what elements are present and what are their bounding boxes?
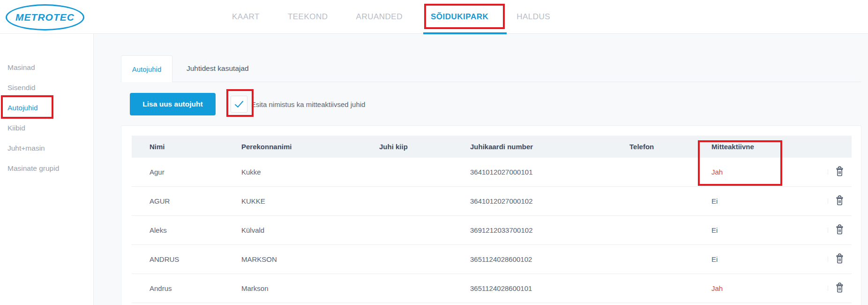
table-cell-actions — [828, 194, 852, 208]
column-header: Juhi kiip — [369, 143, 460, 151]
column-header: Telefon — [619, 143, 701, 151]
nav-item-aruanded[interactable]: ARUANDED — [356, 12, 403, 22]
trash-icon — [834, 253, 845, 266]
table-cell-actions — [828, 165, 852, 179]
tab-juhtidest-kasutajad[interactable]: Juhtidest kasutajad — [182, 55, 254, 82]
nav-item-haldus[interactable]: HALDUS — [516, 12, 550, 22]
sidebar: MasinadSisendidAutojuhidKiibidJuht+masin… — [0, 34, 94, 305]
nav-item-kaart[interactable]: KAART — [232, 12, 260, 22]
table-row[interactable]: AGURKUKKE3641012027000102Ei — [132, 187, 852, 216]
table-cell: Aleks — [132, 226, 231, 234]
table-cell-actions — [828, 281, 852, 296]
table-cell: KUKKE — [231, 197, 369, 205]
table-body: AgurKukke3641012027000101Jah AGURKUKKE36… — [132, 158, 852, 303]
checkmark-icon — [234, 100, 244, 108]
trash-icon — [834, 195, 845, 207]
table-cell: 3641012027000102 — [460, 197, 619, 205]
metrotec-logo[interactable]: METROTEC — [6, 4, 84, 30]
table-row[interactable]: AleksKülvald3691212033700102Ei — [132, 216, 852, 245]
nav-item-teekond[interactable]: TEEKOND — [288, 12, 328, 22]
table-cell-actions — [828, 252, 852, 267]
table-cell: Agur — [132, 168, 231, 176]
delete-row-button[interactable] — [833, 281, 846, 296]
tab-bar: Autojuhid Juhtidest kasutajad — [121, 55, 861, 82]
table-cell: 3651124028600102 — [460, 255, 619, 263]
column-header: Juhikaardi number — [460, 143, 619, 151]
table-cell-actions — [828, 223, 852, 237]
table-cell: Andrus — [132, 284, 231, 292]
main-nav: KAARTTEEKONDARUANDEDSÕIDUKIPARKHALDUS — [232, 0, 550, 33]
sidebar-item-kiibid[interactable]: Kiibid — [0, 118, 93, 138]
table-cell: Jah — [701, 168, 828, 176]
delete-row-button[interactable] — [833, 223, 846, 237]
table-cell: Külvald — [231, 226, 369, 234]
delete-row-button[interactable] — [833, 165, 846, 179]
table-cell: Kukke — [231, 168, 369, 176]
table-cell: ANDRUS — [132, 255, 231, 263]
table-cell: Ei — [701, 226, 828, 234]
trash-icon — [834, 166, 845, 178]
sidebar-item-autojuhid[interactable]: Autojuhid — [0, 98, 93, 118]
sidebar-item-juht-masin[interactable]: Juht+masin — [0, 138, 93, 158]
table-row[interactable]: ANDRUSMARKSON3651124028600102Ei — [132, 245, 852, 274]
table-row[interactable]: AndrusMarkson3651124028600101Jah — [132, 274, 852, 303]
table-cell: Jah — [701, 284, 828, 292]
sidebar-item-sisendid[interactable]: Sisendid — [0, 77, 93, 98]
table-cell: Ei — [701, 255, 828, 263]
active-nav-underline — [423, 32, 507, 34]
add-driver-button[interactable]: Lisa uus autojuht — [130, 93, 216, 115]
table-cell: 3641012027000101 — [460, 168, 619, 176]
nav-item-sõidukipark[interactable]: SÕIDUKIPARK — [431, 12, 488, 22]
delete-row-button[interactable] — [833, 252, 846, 267]
table-row[interactable]: AgurKukke3641012027000101Jah — [132, 158, 852, 187]
delete-row-button[interactable] — [833, 194, 846, 208]
drivers-table-card: NimiPerekonnanimiJuhi kiipJuhikaardi num… — [121, 125, 861, 305]
show-inactive-label: Esita nimistus ka mitteaktiivsed juhid — [251, 100, 365, 108]
page: METROTEC KAARTTEEKONDARUANDEDSÕIDUKIPARK… — [0, 0, 868, 305]
tab-autojuhid[interactable]: Autojuhid — [121, 55, 172, 82]
column-header: Mitteaktiivne — [701, 143, 828, 151]
table-cell: Ei — [701, 197, 828, 205]
top-navigation-bar: METROTEC KAARTTEEKONDARUANDEDSÕIDUKIPARK… — [0, 0, 868, 34]
trash-icon — [834, 224, 845, 236]
table-cell: AGUR — [132, 197, 231, 205]
table-cell: 3691212033700102 — [460, 226, 619, 234]
table-cell: 3651124028600101 — [460, 284, 619, 292]
sidebar-item-masinate-grupid[interactable]: Masinate grupid — [0, 158, 93, 178]
table-cell: Markson — [231, 284, 369, 292]
trash-icon — [834, 282, 845, 295]
show-inactive-checkbox[interactable] — [231, 96, 247, 113]
sidebar-menu: MasinadSisendidAutojuhidKiibidJuht+masin… — [0, 34, 93, 178]
table-header-row: NimiPerekonnanimiJuhi kiipJuhikaardi num… — [132, 136, 852, 158]
sidebar-item-masinad[interactable]: Masinad — [0, 57, 93, 77]
table-cell: MARKSON — [231, 255, 369, 263]
column-header: Perekonnanimi — [231, 143, 369, 151]
column-header: Nimi — [132, 143, 231, 151]
